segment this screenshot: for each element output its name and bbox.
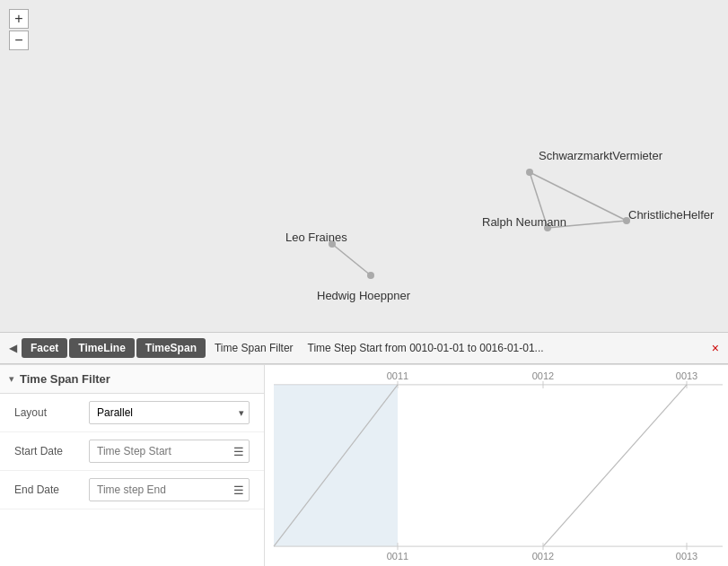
svg-line-13 — [543, 385, 687, 546]
node-label-hedwig: Hedwig Hoeppner — [317, 289, 410, 302]
end-date-input[interactable]: Time step End — [89, 478, 250, 501]
zoom-in-button[interactable]: + — [9, 9, 29, 29]
chart-area: 0011 0012 0013 0011 0012 0013 — [265, 365, 728, 566]
start-date-row: Start Date Time Step Start ☰ — [0, 432, 264, 471]
layout-select-wrap: Parallel Serial — [89, 401, 250, 424]
end-date-row: End Date Time step End ☰ — [0, 471, 264, 509]
tab-timeline[interactable]: TimeLine — [69, 338, 134, 358]
tab-timespan[interactable]: TimeSpan — [136, 338, 206, 358]
svg-text:0012: 0012 — [532, 370, 554, 381]
tab-facet[interactable]: Facet — [22, 338, 67, 358]
layout-select[interactable]: Parallel Serial — [89, 401, 250, 424]
panel-header: ▾ Time Span Filter — [0, 365, 264, 394]
tab-filter-button[interactable]: Time Span Filter — [207, 338, 301, 358]
start-date-menu-icon[interactable]: ☰ — [233, 445, 244, 458]
tab-filter-value: Time Step Start from 0010-01-01 to 0016-… — [303, 342, 706, 354]
end-date-input-wrap: Time step End ☰ — [89, 478, 250, 501]
config-panel: ▾ Time Span Filter Layout Parallel Seria… — [0, 365, 265, 566]
end-date-menu-icon[interactable]: ☰ — [233, 483, 244, 497]
svg-text:0013: 0013 — [676, 551, 697, 562]
svg-text:0011: 0011 — [387, 370, 408, 381]
node-dot-schwarzmarkt[interactable] — [526, 169, 533, 176]
start-date-input[interactable]: Time Step Start — [89, 440, 250, 463]
panel-collapse-chevron[interactable]: ▾ — [9, 373, 14, 385]
svg-text:0013: 0013 — [676, 370, 697, 381]
bottom-panel: ▾ Time Span Filter Layout Parallel Seria… — [0, 364, 728, 566]
node-label-ralph: Ralph Neumann — [482, 215, 566, 229]
svg-text:0012: 0012 — [532, 551, 554, 562]
svg-text:0011: 0011 — [387, 551, 408, 562]
zoom-out-button[interactable]: − — [9, 30, 29, 50]
node-label-schwarzmarkt: SchwarzmarktVermieter — [539, 149, 662, 162]
node-dot-hedwig[interactable] — [367, 272, 374, 279]
layout-row: Layout Parallel Serial — [0, 394, 264, 432]
svg-line-0 — [530, 172, 627, 221]
tab-close-icon[interactable]: × — [708, 341, 723, 355]
chart-svg: 0011 0012 0013 0011 0012 0013 — [265, 365, 728, 566]
start-date-label: Start Date — [14, 445, 82, 457]
tab-bar: ◀ Facet TimeLine TimeSpan Time Span Filt… — [0, 332, 728, 364]
svg-line-3 — [332, 244, 371, 275]
panel-title: Time Span Filter — [20, 372, 110, 386]
map-area: + − SchwarzmarktVermieter ChristlicheHel… — [0, 0, 728, 332]
node-label-christliche: ChristlicheHelfer — [628, 208, 714, 222]
start-date-input-wrap: Time Step Start ☰ — [89, 440, 250, 463]
node-label-leo: Leo Fraines — [285, 231, 347, 244]
end-date-label: End Date — [14, 483, 82, 496]
graph-edges — [0, 0, 728, 332]
tab-chevron-left[interactable]: ◀ — [5, 342, 20, 354]
layout-label: Layout — [14, 406, 82, 419]
